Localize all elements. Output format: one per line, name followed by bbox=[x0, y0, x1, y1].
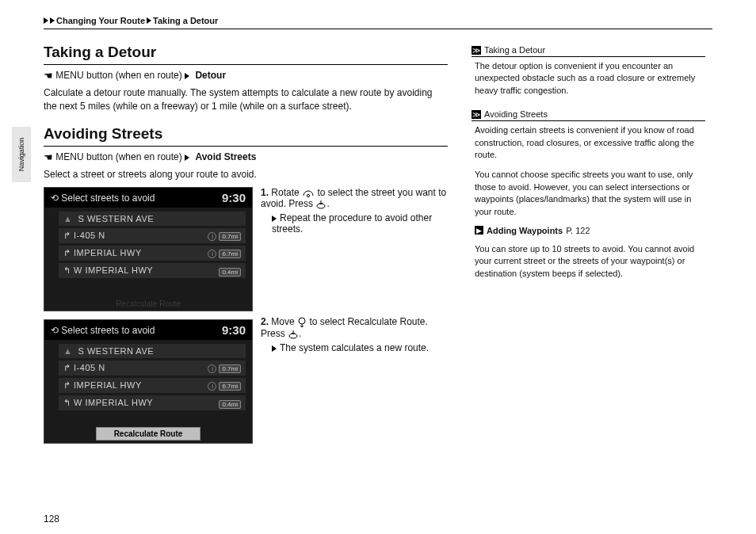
menu-path: ☚ MENU button (when en route) Detour bbox=[44, 70, 448, 82]
street-row: ↱ I-405 N i0.7mi bbox=[59, 360, 246, 376]
street-row: ↱ I-405 N i0.7mi bbox=[59, 228, 246, 243]
step-1: 1. Rotate to select the street you want … bbox=[261, 187, 447, 235]
street-row: ↱ IMPERIAL HWY i6.7mi bbox=[59, 378, 246, 393]
triangle-icon bbox=[50, 17, 55, 24]
hand-icon: ☚ bbox=[44, 151, 53, 163]
note-icon: ≫ bbox=[472, 46, 481, 55]
section-title: Taking a Detour bbox=[44, 44, 448, 61]
xref-adding-waypoints: ▶ Adding Waypoints P. 122 bbox=[475, 226, 705, 235]
triangle-icon bbox=[272, 216, 277, 222]
nav-screenshot-1: ⟲ Select streets to avoid 9:30 ▲ S WESTE… bbox=[44, 187, 253, 311]
page-number: 128 bbox=[44, 513, 59, 524]
recalculate-footer-dim: Recalculate Route bbox=[44, 299, 252, 308]
sidebar-taking-detour: ≫ Taking a Detour The detour option is c… bbox=[472, 44, 705, 97]
street-row: ▲ S WESTERN AVE bbox=[59, 212, 246, 226]
svg-point-0 bbox=[307, 194, 309, 196]
street-row: ↱ IMPERIAL HWY i6.7mi bbox=[59, 246, 246, 261]
note-icon: ≫ bbox=[472, 110, 481, 119]
hand-icon: ☚ bbox=[44, 70, 53, 82]
triangle-icon bbox=[185, 154, 189, 161]
street-row: ▲ S WESTERN AVE bbox=[59, 344, 246, 358]
triangle-icon bbox=[147, 17, 151, 24]
street-row: ↰ W IMPERIAL HWY 0.4mi bbox=[59, 395, 246, 410]
xref-icon: ▶ bbox=[475, 226, 483, 235]
recalculate-footer-highlight: Recalculate Route bbox=[96, 427, 200, 441]
press-dial-icon bbox=[315, 200, 326, 209]
svg-point-2 bbox=[299, 318, 305, 324]
press-dial-icon bbox=[288, 330, 299, 339]
triangle-icon bbox=[272, 345, 277, 352]
step-2: 2. Move to select Recalculate Route. Pre… bbox=[261, 316, 447, 353]
breadcrumb-seg: Taking a Detour bbox=[153, 16, 218, 25]
triangle-icon bbox=[185, 73, 189, 79]
sidebar-avoiding-streets: ≫ Avoiding Streets Avoiding certain stre… bbox=[472, 108, 705, 280]
move-joystick-icon bbox=[297, 317, 307, 328]
nav-screenshot-2: ⟲ Select streets to avoid 9:30 ▲ S WESTE… bbox=[44, 319, 253, 444]
menu-path: ☚ MENU button (when en route) Avoid Stre… bbox=[44, 151, 448, 163]
side-tab-navigation: Navigation bbox=[12, 127, 31, 182]
triangle-icon bbox=[44, 17, 48, 24]
breadcrumb: Changing Your Route Taking a Detour bbox=[44, 16, 712, 29]
breadcrumb-seg: Changing Your Route bbox=[56, 16, 145, 25]
section-body: Select a street or streets along your ro… bbox=[44, 168, 448, 181]
section-title: Avoiding Streets bbox=[44, 125, 448, 143]
rotate-dial-icon bbox=[302, 189, 315, 198]
street-row: ↰ W IMPERIAL HWY 0.4mi bbox=[59, 263, 246, 278]
section-body: Calculate a detour route manually. The s… bbox=[44, 86, 448, 112]
